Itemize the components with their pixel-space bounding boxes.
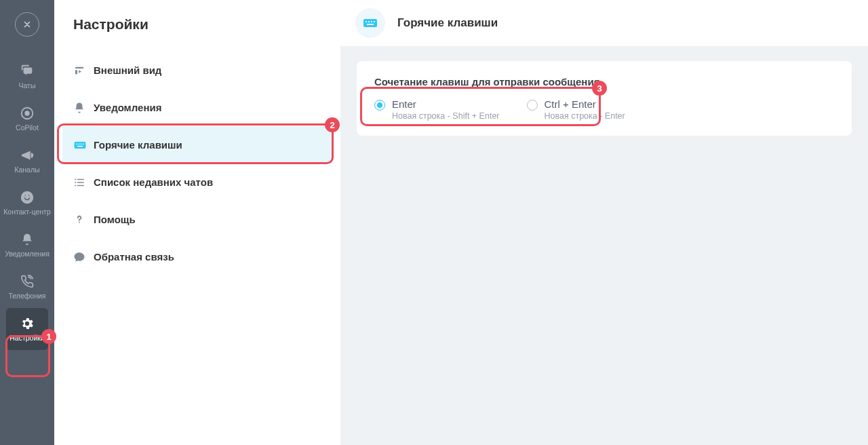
nav-item-chats[interactable]: Чаты <box>0 56 54 98</box>
copilot-icon <box>20 104 35 122</box>
hotkeys-card: Сочетание клавиш для отправки сообщения … <box>357 61 852 136</box>
settings-item-label: Уведомления <box>94 102 161 113</box>
gear-icon <box>20 315 35 332</box>
nav-item-label: CoPilot <box>16 123 39 132</box>
nav-item-telephony[interactable]: Телефония <box>0 266 54 308</box>
svg-rect-8 <box>77 145 83 147</box>
radio-sublabel: Новая строка - Enter <box>545 111 625 121</box>
settings-item-hotkeys[interactable]: Горячие клавиши <box>62 126 332 163</box>
nav-item-contact-center[interactable]: Контакт-центр <box>0 182 54 224</box>
nav-item-label: Контакт-центр <box>3 208 51 216</box>
settings-item-recent-chats[interactable]: Список недавних чатов <box>54 163 340 201</box>
settings-item-label: Горячие клавиши <box>94 139 182 151</box>
radio-indicator <box>374 100 385 111</box>
close-button[interactable] <box>15 12 39 37</box>
settings-item-feedback[interactable]: Обратная связь <box>54 238 340 275</box>
settings-item-label: Обратная связь <box>94 251 174 263</box>
help-icon <box>73 214 94 226</box>
nav-item-label: Телефония <box>8 292 45 300</box>
svg-rect-12 <box>371 21 372 22</box>
content-body: Сочетание клавиш для отправки сообщения … <box>340 46 868 445</box>
nav-item-label: Чаты <box>19 81 36 90</box>
svg-rect-3 <box>75 142 86 149</box>
svg-rect-9 <box>363 19 377 27</box>
svg-point-2 <box>21 191 33 204</box>
megaphone-icon <box>20 147 35 164</box>
bell-icon <box>20 231 34 248</box>
appearance-icon <box>73 64 94 77</box>
chat-bubble-icon <box>73 251 94 263</box>
radio-label: Ctrl + Enter <box>545 98 625 110</box>
nav-item-copilot[interactable]: CoPilot <box>0 98 54 140</box>
nav-item-label: Уведомления <box>5 250 50 258</box>
radio-label: Enter <box>392 98 500 110</box>
card-title: Сочетание клавиш для отправки сообщения <box>374 76 834 88</box>
contact-icon <box>20 189 35 206</box>
keyboard-badge <box>355 8 385 38</box>
svg-rect-7 <box>83 143 84 144</box>
chats-icon <box>20 62 35 80</box>
svg-rect-4 <box>76 143 77 144</box>
svg-rect-5 <box>79 143 80 144</box>
settings-item-help[interactable]: Помощь <box>54 201 340 238</box>
settings-item-label: Внешний вид <box>94 64 161 76</box>
settings-list: Внешний вид Уведомления Горячие клавиши … <box>54 52 340 275</box>
svg-rect-11 <box>368 21 370 22</box>
nav-item-settings[interactable]: Настройки <box>6 308 48 350</box>
settings-item-label: Список недавних чатов <box>94 176 213 188</box>
radio-option-enter[interactable]: Enter Новая строка - Shift + Enter <box>374 98 500 121</box>
svg-rect-6 <box>81 143 82 144</box>
settings-item-appearance[interactable]: Внешний вид <box>54 52 340 89</box>
nav-item-label: Настройки <box>9 334 45 342</box>
nav-item-label: Каналы <box>14 166 39 174</box>
svg-point-1 <box>25 111 29 115</box>
radio-group-send-combo: Enter Новая строка - Shift + Enter Ctrl … <box>374 98 834 121</box>
radio-indicator <box>527 100 538 111</box>
radio-sublabel: Новая строка - Shift + Enter <box>392 111 500 121</box>
bell-icon <box>73 102 94 114</box>
settings-title: Настройки <box>54 16 340 52</box>
settings-item-notifications[interactable]: Уведомления <box>54 89 340 126</box>
nav-item-notifications[interactable]: Уведомления <box>0 224 54 266</box>
svg-rect-13 <box>374 21 375 22</box>
list-icon <box>73 176 94 189</box>
svg-rect-10 <box>366 21 367 22</box>
keyboard-icon <box>73 138 94 152</box>
phone-icon <box>20 273 34 290</box>
nav-item-channels[interactable]: Каналы <box>0 140 54 182</box>
content-pane: Горячие клавиши Сочетание клавиш для отп… <box>340 0 868 445</box>
settings-pane: Настройки Внешний вид Уведомления Горячи… <box>54 0 340 445</box>
content-header: Горячие клавиши <box>340 0 868 46</box>
nav-rail: Чаты CoPilot Каналы Контакт-центр Уведом… <box>0 0 54 445</box>
svg-rect-14 <box>367 24 374 25</box>
content-title: Горячие клавиши <box>397 16 498 30</box>
radio-option-ctrl-enter[interactable]: Ctrl + Enter Новая строка - Enter <box>527 98 625 121</box>
settings-item-label: Помощь <box>94 214 136 225</box>
